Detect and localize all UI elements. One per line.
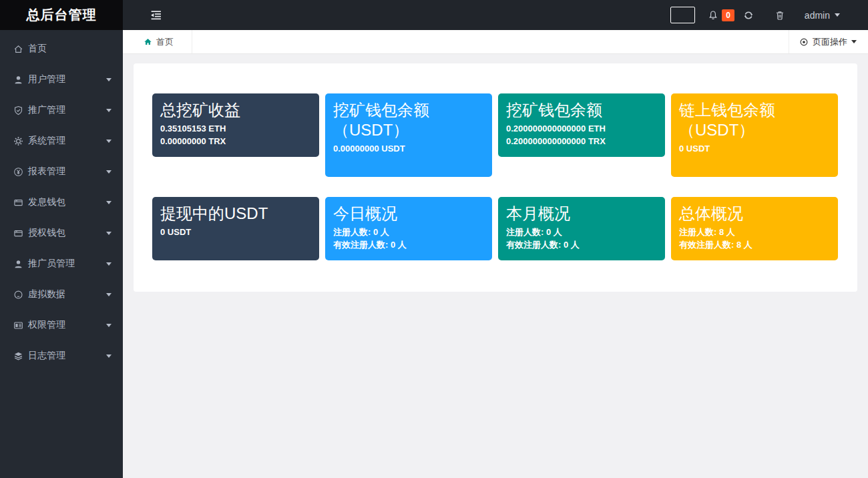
sidebar-item-label: 发息钱包 xyxy=(28,196,65,208)
app-logo: 总后台管理 xyxy=(0,0,123,30)
card-value: 注册人数: 0 人 xyxy=(333,226,484,238)
navbar-right-cluster: 0 admin xyxy=(670,7,840,23)
chevron-down-icon xyxy=(106,232,112,235)
sidebar-item-virtual-data[interactable]: 虚拟数据 xyxy=(0,279,123,310)
sidebar-item-promoter-management[interactable]: 推广员管理 xyxy=(0,248,123,279)
sidebar-item-user-management[interactable]: 用户管理 xyxy=(0,64,123,95)
trash-icon[interactable] xyxy=(775,10,785,21)
card-overall-overview: 总体概况 注册人数: 8 人 有效注册人数: 8 人 xyxy=(671,197,838,260)
chevron-down-icon xyxy=(106,354,112,358)
sidebar-item-home[interactable]: 首页 xyxy=(0,33,123,64)
gear-icon xyxy=(13,136,23,146)
breadcrumb-spacer xyxy=(192,30,789,53)
sidebar-item-label: 权限管理 xyxy=(28,319,65,331)
stat-cards-row-1: 总挖矿收益 0.35105153 ETH 0.00000000 TRX 挖矿钱包… xyxy=(152,93,839,177)
card-value: 有效注册人数: 8 人 xyxy=(679,238,830,251)
card-value: 0.200000000000000 ETH xyxy=(506,122,657,135)
top-navbar: 0 admin xyxy=(123,0,868,30)
bell-icon[interactable] xyxy=(708,10,718,21)
app-title: 总后台管理 xyxy=(27,6,97,24)
card-withdrawing-usdt: 提现中的USDT 0 USDT xyxy=(152,197,319,260)
sidebar-item-authorized-wallet[interactable]: 授权钱包 xyxy=(0,218,123,248)
card-value: 0.00000000 TRX xyxy=(160,135,311,148)
card-value: 注册人数: 0 人 xyxy=(506,226,657,238)
user-name: admin xyxy=(805,10,830,21)
page-actions-dropdown[interactable]: 页面操作 xyxy=(789,30,868,53)
card-value: 有效注册人数: 0 人 xyxy=(333,238,484,251)
sidebar-item-label: 推广员管理 xyxy=(28,258,75,270)
card-title: 总挖矿收益 xyxy=(160,100,311,120)
card-title: 挖矿钱包余额（USDT） xyxy=(333,100,484,140)
card-value: 注册人数: 8 人 xyxy=(679,226,830,238)
chevron-down-icon xyxy=(851,40,857,43)
content-area: 总挖矿收益 0.35105153 ETH 0.00000000 TRX 挖矿钱包… xyxy=(123,54,868,478)
card-mining-wallet-balance: 挖矿钱包余额 0.200000000000000 ETH 0.200000000… xyxy=(498,93,665,157)
sidebar-item-report-management[interactable]: 报表管理 xyxy=(0,156,123,187)
card-value: 0.35105153 ETH xyxy=(160,122,311,135)
sidebar-toggle-button[interactable] xyxy=(150,9,162,21)
app-root: 总后台管理 首页 用户管理 推广管理 xyxy=(0,0,868,478)
wallet-icon xyxy=(13,228,23,238)
search-input[interactable] xyxy=(670,7,695,23)
layers-icon xyxy=(13,350,23,361)
main-area: 0 admin 首页 页面操作 xyxy=(123,0,868,478)
chevron-down-icon xyxy=(106,170,112,174)
card-total-mining-revenue: 总挖矿收益 0.35105153 ETH 0.00000000 TRX xyxy=(152,93,319,157)
page-actions-label: 页面操作 xyxy=(813,36,847,48)
card-mining-wallet-usdt-balance: 挖矿钱包余额（USDT） 0.00000000 USDT xyxy=(325,93,492,177)
sidebar-item-label: 虚拟数据 xyxy=(28,288,65,300)
home-icon xyxy=(144,37,152,46)
chevron-down-icon xyxy=(106,140,112,143)
card-value: 0.00000000 USDT xyxy=(333,142,484,155)
user-icon xyxy=(13,258,23,269)
sidebar-item-label: 日志管理 xyxy=(28,350,65,362)
notification-badge[interactable]: 0 xyxy=(722,9,734,21)
refresh-icon[interactable] xyxy=(743,10,754,21)
sidebar-item-permission-management[interactable]: 权限管理 xyxy=(0,310,123,340)
card-title: 总体概况 xyxy=(679,204,830,224)
stat-cards-row-2: 提现中的USDT 0 USDT 今日概况 注册人数: 0 人 有效注册人数: 0… xyxy=(152,197,839,260)
chevron-down-icon xyxy=(106,324,112,327)
sidebar-item-label: 报表管理 xyxy=(28,166,65,178)
card-month-overview: 本月概况 注册人数: 0 人 有效注册人数: 0 人 xyxy=(498,197,665,260)
card-value: 0.200000000000000 TRX xyxy=(506,135,657,148)
sidebar-nav: 首页 用户管理 推广管理 系统管理 xyxy=(0,30,123,371)
dashboard-panel: 总挖矿收益 0.35105153 ETH 0.00000000 TRX 挖矿钱包… xyxy=(134,63,857,292)
card-title: 今日概况 xyxy=(333,204,484,224)
sidebar: 总后台管理 首页 用户管理 推广管理 xyxy=(0,0,123,478)
chevron-down-icon xyxy=(106,109,112,112)
sidebar-item-label: 系统管理 xyxy=(28,135,65,147)
breadcrumb[interactable]: 首页 xyxy=(123,30,192,53)
yen-circle-icon xyxy=(13,166,23,177)
card-value: 0 USDT xyxy=(160,226,311,238)
chevron-down-icon xyxy=(106,293,112,296)
sidebar-item-label: 首页 xyxy=(28,43,47,55)
card-title: 挖矿钱包余额 xyxy=(506,100,657,120)
wallet-icon xyxy=(13,197,23,208)
user-icon xyxy=(13,74,23,85)
id-card-icon xyxy=(13,320,23,330)
card-onchain-wallet-usdt-balance: 链上钱包余额（USDT） 0 USDT xyxy=(671,93,838,177)
breadcrumb-bar: 首页 页面操作 xyxy=(123,30,868,54)
chevron-down-icon xyxy=(106,262,112,266)
card-title: 本月概况 xyxy=(506,204,657,224)
sidebar-item-log-management[interactable]: 日志管理 xyxy=(0,340,123,371)
sidebar-item-label: 推广管理 xyxy=(28,104,65,116)
sidebar-item-payout-wallet[interactable]: 发息钱包 xyxy=(0,187,123,218)
card-title: 链上钱包余额（USDT） xyxy=(679,100,830,140)
home-icon xyxy=(13,43,23,54)
chevron-down-icon xyxy=(835,13,840,17)
sidebar-item-system-management[interactable]: 系统管理 xyxy=(0,126,123,156)
sidebar-item-label: 授权钱包 xyxy=(28,227,65,239)
breadcrumb-home-label: 首页 xyxy=(156,36,174,48)
card-title: 提现中的USDT xyxy=(160,204,311,224)
sidebar-item-promotion-management[interactable]: 推广管理 xyxy=(0,95,123,126)
card-today-overview: 今日概况 注册人数: 0 人 有效注册人数: 0 人 xyxy=(325,197,492,260)
dot-circle-icon xyxy=(799,37,809,47)
card-value: 有效注册人数: 0 人 xyxy=(506,238,657,251)
circle-icon xyxy=(13,289,23,300)
sidebar-item-label: 用户管理 xyxy=(28,73,65,85)
shield-check-icon xyxy=(13,105,23,115)
chevron-down-icon xyxy=(106,78,112,81)
user-menu[interactable]: admin xyxy=(805,10,840,21)
